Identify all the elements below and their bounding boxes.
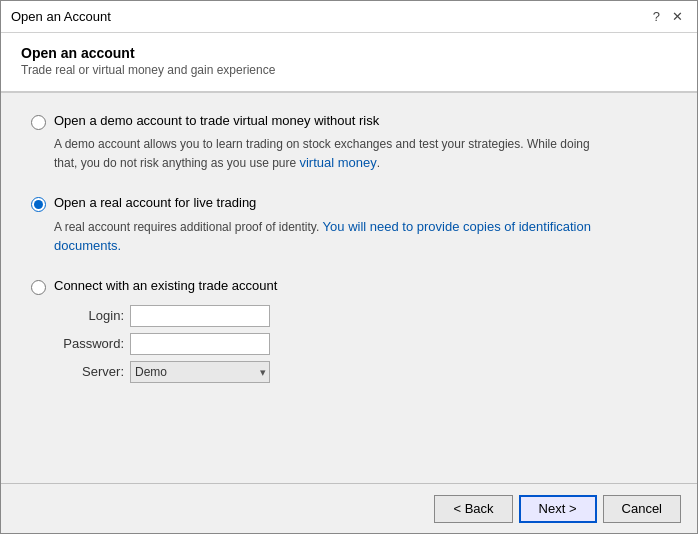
back-button[interactable]: < Back <box>434 495 512 523</box>
real-highlight: You will need to provide copies of ident… <box>54 219 591 254</box>
dialog: Open an Account ? ✕ Open an account Trad… <box>0 0 698 534</box>
option-real-row: Open a real account for live trading <box>31 195 667 212</box>
option-existing-block: Connect with an existing trade account L… <box>31 278 667 383</box>
server-label: Server: <box>54 364 124 379</box>
password-row: Password: <box>54 333 667 355</box>
server-select[interactable]: Demo <box>130 361 270 383</box>
radio-real[interactable] <box>31 197 46 212</box>
password-label: Password: <box>54 336 124 351</box>
option-existing-label[interactable]: Connect with an existing trade account <box>54 278 277 293</box>
radio-demo[interactable] <box>31 115 46 130</box>
option-real-block: Open a real account for live trading A r… <box>31 195 667 256</box>
cancel-button[interactable]: Cancel <box>603 495 681 523</box>
option-demo-row: Open a demo account to trade virtual mon… <box>31 113 667 130</box>
header-subtitle: Trade real or virtual money and gain exp… <box>21 63 677 77</box>
header-section: Open an account Trade real or virtual mo… <box>1 33 697 93</box>
server-select-wrapper: Demo <box>130 361 270 383</box>
header-title: Open an account <box>21 45 677 61</box>
title-bar: Open an Account ? ✕ <box>1 1 697 33</box>
login-row: Login: <box>54 305 667 327</box>
option-real-desc: A real account requires additional proof… <box>54 217 614 256</box>
option-demo-block: Open a demo account to trade virtual mon… <box>31 113 667 173</box>
dialog-title: Open an Account <box>11 9 111 24</box>
option-existing-row: Connect with an existing trade account <box>31 278 667 295</box>
option-demo-desc: A demo account allows you to learn tradi… <box>54 135 614 173</box>
next-button[interactable]: Next > <box>519 495 597 523</box>
radio-existing[interactable] <box>31 280 46 295</box>
login-label: Login: <box>54 308 124 323</box>
help-button[interactable]: ? <box>649 10 664 23</box>
option-demo-label[interactable]: Open a demo account to trade virtual mon… <box>54 113 379 128</box>
login-input[interactable] <box>130 305 270 327</box>
content-area: Open a demo account to trade virtual mon… <box>1 93 697 483</box>
title-bar-controls: ? ✕ <box>649 10 687 23</box>
option-real-label[interactable]: Open a real account for live trading <box>54 195 256 210</box>
existing-form-group: Login: Password: Server: Demo <box>54 305 667 383</box>
close-button[interactable]: ✕ <box>668 10 687 23</box>
demo-highlight: virtual money <box>299 155 376 170</box>
footer: < Back Next > Cancel <box>1 483 697 533</box>
server-row: Server: Demo <box>54 361 667 383</box>
password-input[interactable] <box>130 333 270 355</box>
